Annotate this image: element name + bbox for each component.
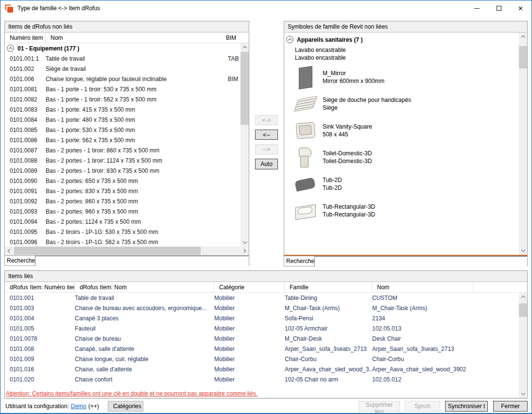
left-group-row[interactable]: 01 - Equipement (177 ) — [5, 43, 240, 53]
column-header-drofus-nom[interactable]: dRofus Item: Nom — [75, 282, 214, 292]
family-symbol-item[interactable]: Sink Vanity-Square 508 x 445 — [284, 119, 519, 142]
family-type: Siège — [323, 104, 411, 112]
config-demo-link[interactable]: Demo — [71, 403, 86, 410]
footer-bar: Utilisant la configuration: Demo (++) Ca… — [0, 398, 532, 413]
column-header-categorie[interactable]: Catégorie — [214, 282, 285, 292]
item-number: 0101.0095 — [5, 229, 46, 235]
linked-family-name: Desk Chair — [372, 335, 473, 342]
item-name: Bas - 1 porte: 562 x 735 x 500 mm — [46, 137, 228, 144]
table-row[interactable]: 0101.006 Chaise longue, réglable pour fa… — [5, 74, 240, 84]
table-row[interactable]: 0101.0095 Bas - 2 tiroirs - 1P-1G: 530 x… — [5, 227, 240, 237]
table-row[interactable]: 0101.0089 Bas - 2 portes - 1 tiroir: 830… — [5, 166, 240, 176]
linked-item-name: Chaise de bureau avec accoudoirs, ergono… — [75, 305, 214, 312]
right-vscroll-thumb[interactable] — [519, 46, 527, 68]
table-row[interactable]: 0101.0092 Bas - 2 portes: 860 x 735 x 50… — [5, 196, 240, 206]
table-row[interactable]: 0101.0081 Bas - 1 porte - 1 tiroir: 530 … — [5, 84, 240, 94]
linked-item-category: Mobilier — [214, 366, 285, 373]
column-header-nom[interactable]: Nom — [46, 33, 226, 43]
tub3d-icon — [295, 200, 316, 221]
column-header-famille[interactable]: Famille — [285, 282, 372, 292]
close-button[interactable]: ✕ — [510, 0, 532, 16]
column-header-numero-item[interactable]: Numéro item — [5, 33, 46, 43]
right-search-input[interactable] — [314, 256, 527, 266]
table-row[interactable]: 0101.016 Chaise, salle d'attente Mobilie… — [5, 364, 519, 374]
scroll-up-icon[interactable] — [240, 43, 249, 51]
table-row[interactable]: 0101.0086 Bas - 1 porte: 562 x 735 x 500… — [5, 135, 240, 145]
link-both-button[interactable]: <-> — [255, 115, 278, 125]
unlinked-families-panel-title: Symboles de famille de Revit non liées — [284, 21, 527, 33]
column-header-drofus-numero[interactable]: dRofus Item: Numéro item — [5, 282, 75, 292]
item-number: 0101.0081 — [5, 86, 46, 93]
scroll-down-icon[interactable] — [519, 390, 527, 398]
right-vertical-scrollbar[interactable] — [519, 33, 527, 255]
scroll-down-icon[interactable] — [519, 247, 527, 255]
table-row[interactable]: 0101.003 Chaise de bureau avec accoudoir… — [5, 303, 519, 313]
table-row[interactable]: 0101.020 Chaise confort Mobilier 102-05 … — [5, 374, 519, 384]
auto-link-button[interactable]: Auto — [255, 159, 278, 169]
column-header-nom[interactable]: Nom — [372, 282, 473, 292]
left-vertical-scrollbar[interactable] — [240, 43, 249, 247]
scroll-left-icon[interactable] — [5, 247, 13, 255]
table-row[interactable]: 0101.001:1 Table de travail TAB — [5, 53, 240, 64]
linked-item-name: Canapé 3 places — [75, 315, 214, 322]
table-row[interactable]: 0101.0088 Bas - 2 portes - 1 tiroir: 112… — [5, 155, 240, 166]
column-header-bim[interactable]: BIM — [226, 33, 240, 43]
family-symbol-item[interactable]: Toilet-Domestic-3D Toilet-Domestic-3D — [284, 146, 519, 168]
table-row[interactable]: 0101.0084 Bas - 1 porte: 480 x 735 x 500… — [5, 115, 240, 125]
table-row[interactable]: 0101.004 Canapé 3 places Mobilier Sofa-P… — [5, 313, 519, 323]
linked-item-number: 0101.004 — [5, 315, 75, 322]
family-symbol-item[interactable]: Tub-Rectangular-3D Tub-Rectangular-3D — [284, 199, 519, 222]
table-row[interactable]: 0101.0091 Bas - 2 portes: 830 x 735 x 50… — [5, 186, 240, 196]
scroll-right-icon[interactable] — [240, 247, 249, 255]
scroll-up-icon[interactable] — [519, 293, 527, 301]
table-row[interactable]: 0101.0082 Bas - 1 porte - 1 tiroir: 562 … — [5, 94, 240, 104]
table-row[interactable]: 0101.0078 Chaise de bureau Mobilier M_Ch… — [5, 333, 519, 344]
table-row[interactable]: 0101.002 Siège de travail — [5, 64, 240, 74]
linked-family: 102-05 Armchair — [285, 325, 372, 332]
table-row[interactable]: 0101.009 Chaise longue, cuir, réglable M… — [5, 354, 519, 364]
right-group-row[interactable]: Appareils sanitaires (7 ) — [284, 34, 519, 45]
maximize-button[interactable] — [488, 0, 510, 16]
left-hscroll-thumb[interactable] — [14, 247, 201, 255]
table-row[interactable]: 0101.0094 Bas - 2 portes: 1124 x 735 x 5… — [5, 216, 240, 227]
linked-family: Chair-Corbu — [285, 356, 372, 363]
scroll-up-icon[interactable] — [519, 33, 527, 41]
close-dialog-button[interactable]: Fermer — [493, 401, 528, 412]
family-symbol-item[interactable]: Siège de douche pour handicapés Siège — [284, 93, 519, 115]
scroll-down-icon[interactable] — [240, 238, 249, 247]
item-name: Bas - 2 portes: 960 x 735 x 500 mm — [46, 208, 228, 215]
table-row[interactable]: 0101.008 Canapé, salle d'attente Mobilie… — [5, 344, 519, 354]
family-symbol-item[interactable]: M_Mirror Mirror 600mm x 900mm — [284, 66, 519, 88]
family-symbol-item[interactable]: Tub-2D Tub-2D — [284, 173, 519, 195]
table-row[interactable]: 0101.0096 Bas - 2 tiroirs - 1P-1G: 562 x… — [5, 237, 240, 247]
synch-button[interactable]: Synch — [405, 401, 440, 412]
delete-link-button[interactable]: Supprimer lien — [359, 401, 400, 412]
family-name: M_Mirror — [323, 69, 384, 77]
table-row[interactable]: 0101.005 Fauteuil Mobilier 102-05 Armcha… — [5, 323, 519, 333]
link-left-button[interactable]: <-- — [255, 130, 278, 140]
linked-vertical-scrollbar[interactable] — [519, 293, 527, 398]
table-row[interactable]: 0101.0085 Bas - 1 porte: 530 x 735 x 500… — [5, 125, 240, 135]
left-search-input[interactable] — [35, 256, 249, 266]
categories-button[interactable]: Catégories — [108, 401, 143, 412]
collapse-chevron-icon[interactable] — [7, 45, 14, 52]
table-row[interactable]: 0101.001 Table de travail Mobilier Table… — [5, 293, 519, 303]
linked-vscroll-thumb[interactable] — [519, 303, 527, 317]
table-row[interactable]: 0101.0087 Bas - 2 portes - 1 tiroir: 860… — [5, 145, 240, 155]
left-horizontal-scrollbar[interactable] — [5, 247, 249, 255]
table-row[interactable]: 0101.0090 Bas - 2 portes: 650 x 735 x 50… — [5, 176, 240, 186]
collapse-chevron-icon[interactable] — [286, 36, 293, 43]
synchronize-all-button[interactable]: Synchroniser t — [445, 401, 488, 412]
linked-item-category: Mobilier — [214, 295, 285, 301]
item-number: 0101.006 — [5, 76, 46, 83]
config-suffix: (++) — [88, 403, 99, 410]
table-row[interactable]: 0101.0093 Bas - 2 portes: 960 x 735 x 50… — [5, 206, 240, 216]
item-name: Bas - 1 porte - 1 tiroir: 562 x 735 x 50… — [46, 96, 228, 103]
minimize-button[interactable] — [466, 0, 488, 16]
family-type: Tub-2D — [323, 184, 342, 192]
linked-item-name: Chaise confort — [75, 376, 214, 383]
left-vscroll-thumb[interactable] — [240, 52, 249, 125]
link-right-button[interactable]: --> — [255, 144, 278, 154]
table-row[interactable]: 0101.0083 Bas - 1 porte: 415 x 735 x 500… — [5, 104, 240, 115]
family-symbol-item[interactable]: Lavabo encastrable Lavabo encastrable — [284, 46, 519, 62]
